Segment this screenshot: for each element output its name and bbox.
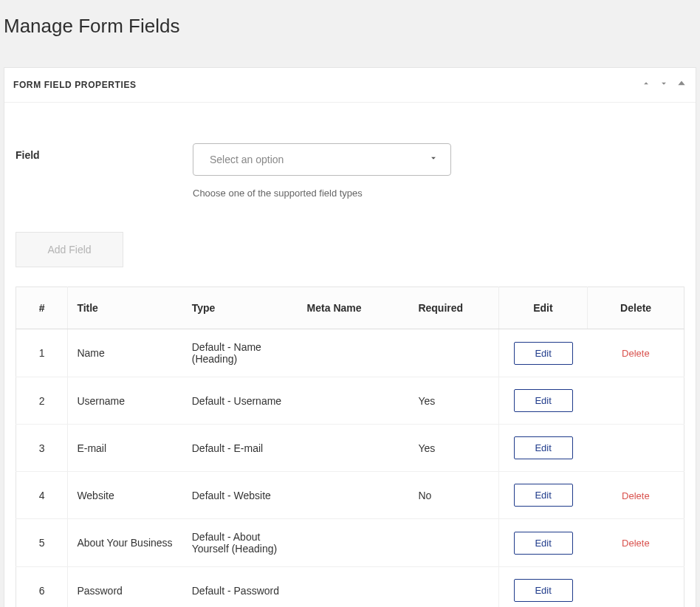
cell-required: [409, 519, 498, 567]
cell-edit: Edit: [498, 329, 588, 377]
table-header-row: # Title Type Meta Name Required Edit Del…: [16, 287, 684, 329]
cell-title: Username: [68, 377, 183, 425]
th-num: #: [16, 287, 68, 329]
cell-title: Password: [68, 567, 183, 608]
field-control-wrap: Select an option Choose one of the suppo…: [193, 143, 451, 199]
edit-button[interactable]: Edit: [514, 532, 573, 555]
field-helper-text: Choose one of the supported field types: [193, 188, 451, 199]
caret-up-icon[interactable]: [676, 78, 687, 92]
cell-type: Default - Website: [183, 472, 298, 519]
cell-meta: [298, 567, 410, 608]
page-title: Manage Form Fields: [4, 15, 696, 38]
th-type: Type: [183, 287, 298, 329]
cell-type: Default - Name (Heading): [183, 329, 298, 377]
panel-header: FORM FIELD PROPERTIES: [4, 68, 696, 103]
edit-button[interactable]: Edit: [514, 342, 573, 365]
delete-link[interactable]: Delete: [622, 538, 650, 549]
th-title: Title: [68, 287, 183, 329]
cell-type: Default - About Yourself (Heading): [183, 519, 298, 567]
cell-delete: [588, 377, 684, 425]
table-row: 1NameDefault - Name (Heading)EditDelete: [16, 329, 684, 377]
table-row: 2UsernameDefault - UsernameYesEdit: [16, 377, 684, 425]
cell-delete: Delete: [588, 519, 684, 567]
cell-num: 6: [16, 567, 68, 608]
panel-body: Field Select an option Choose one of the…: [4, 103, 696, 607]
field-label: Field: [16, 143, 193, 161]
cell-delete: Delete: [588, 329, 684, 377]
chevron-down-icon: [416, 153, 450, 166]
cell-required: [409, 329, 498, 377]
delete-link[interactable]: Delete: [622, 348, 650, 359]
th-edit: Edit: [498, 287, 588, 329]
cell-meta: [298, 519, 410, 567]
cell-edit: Edit: [498, 567, 588, 608]
table-row: 4WebsiteDefault - WebsiteNoEditDelete: [16, 472, 684, 519]
chevron-down-icon[interactable]: [659, 78, 669, 92]
cell-type: Default - Password: [183, 567, 298, 608]
cell-num: 1: [16, 329, 68, 377]
delete-link[interactable]: Delete: [622, 490, 650, 501]
th-delete: Delete: [588, 287, 684, 329]
cell-edit: Edit: [498, 472, 588, 519]
edit-button[interactable]: Edit: [514, 436, 573, 459]
cell-meta: [298, 425, 410, 472]
cell-title: Name: [68, 329, 183, 377]
cell-title: Website: [68, 472, 183, 519]
cell-title: About Your Business: [68, 519, 183, 567]
panel-controls: [641, 78, 687, 92]
table-row: 5About Your BusinessDefault - About Your…: [16, 519, 684, 567]
fields-table: # Title Type Meta Name Required Edit Del…: [16, 287, 684, 607]
cell-delete: [588, 567, 684, 608]
cell-title: E-mail: [68, 425, 183, 472]
cell-edit: Edit: [498, 425, 588, 472]
select-placeholder: Select an option: [193, 154, 416, 165]
cell-required: Yes: [409, 425, 498, 472]
th-meta: Meta Name: [298, 287, 410, 329]
cell-required: No: [409, 472, 498, 519]
cell-edit: Edit: [498, 519, 588, 567]
cell-num: 5: [16, 519, 68, 567]
cell-num: 2: [16, 377, 68, 425]
panel-title: FORM FIELD PROPERTIES: [13, 80, 137, 90]
cell-edit: Edit: [498, 377, 588, 425]
cell-type: Default - Username: [183, 377, 298, 425]
edit-button[interactable]: Edit: [514, 579, 573, 602]
edit-button[interactable]: Edit: [514, 389, 573, 412]
field-selector-row: Field Select an option Choose one of the…: [16, 143, 684, 199]
cell-required: Yes: [409, 377, 498, 425]
cell-num: 4: [16, 472, 68, 519]
cell-meta: [298, 472, 410, 519]
cell-delete: [588, 425, 684, 472]
cell-delete: Delete: [588, 472, 684, 519]
table-row: 6PasswordDefault - PasswordEdit: [16, 567, 684, 608]
edit-button[interactable]: Edit: [514, 484, 573, 507]
add-field-button[interactable]: Add Field: [16, 232, 123, 267]
panel-form-field-properties: FORM FIELD PROPERTIES Field Select an op…: [4, 67, 696, 607]
cell-required: [409, 567, 498, 608]
th-required: Required: [409, 287, 498, 329]
field-type-select[interactable]: Select an option: [193, 143, 451, 176]
cell-num: 3: [16, 425, 68, 472]
cell-meta: [298, 329, 410, 377]
cell-type: Default - E-mail: [183, 425, 298, 472]
chevron-up-icon[interactable]: [641, 78, 651, 92]
page-header: Manage Form Fields: [0, 0, 700, 67]
table-row: 3E-mailDefault - E-mailYesEdit: [16, 425, 684, 472]
cell-meta: [298, 377, 410, 425]
